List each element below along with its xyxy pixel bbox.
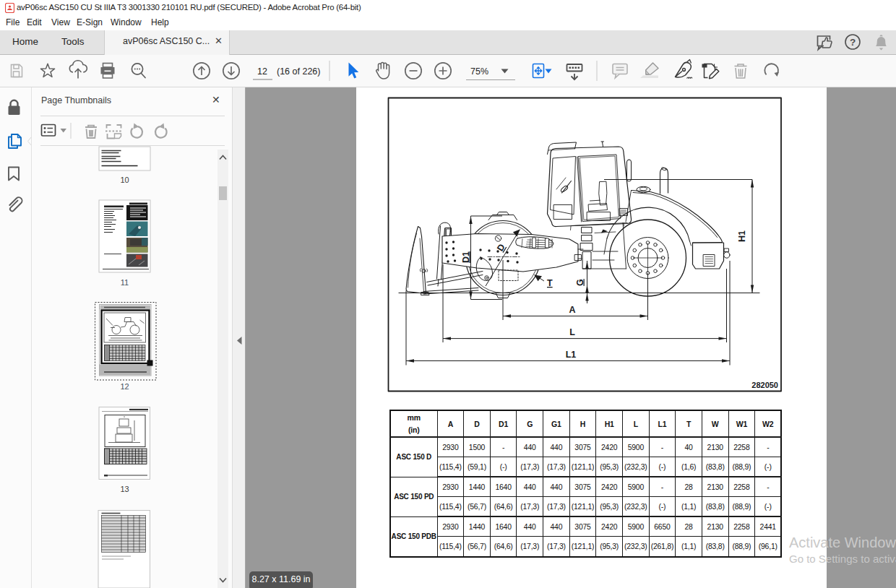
svg-text:H1: H1 bbox=[737, 230, 747, 242]
svg-text:T: T bbox=[547, 278, 553, 288]
svg-text:A: A bbox=[569, 305, 575, 315]
svg-text:282050: 282050 bbox=[751, 381, 778, 389]
svg-text:L1: L1 bbox=[566, 350, 577, 360]
svg-text:G: G bbox=[575, 279, 585, 286]
svg-text:11: 11 bbox=[121, 278, 129, 287]
svg-text:D1: D1 bbox=[461, 251, 471, 263]
svg-text:13: 13 bbox=[120, 485, 129, 493]
svg-text:12: 12 bbox=[257, 66, 267, 76]
svg-text:10: 10 bbox=[120, 176, 129, 184]
svg-text:12: 12 bbox=[120, 382, 129, 391]
svg-text:L: L bbox=[569, 327, 575, 337]
svg-text:75%: 75% bbox=[470, 66, 488, 76]
svg-text:(16 of 226): (16 of 226) bbox=[277, 66, 320, 76]
svg-text:?: ? bbox=[850, 37, 856, 48]
